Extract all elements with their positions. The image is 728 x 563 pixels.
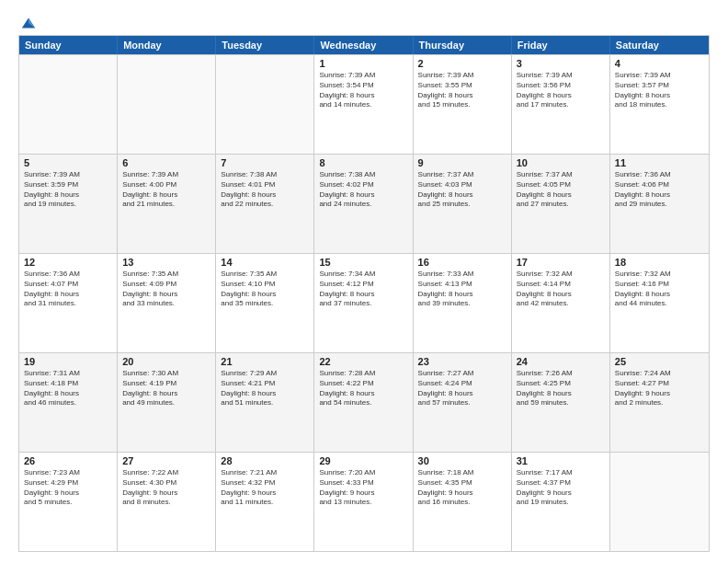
day-info: Sunrise: 7:24 AM Sunset: 4:27 PM Dayligh… — [615, 369, 704, 408]
day-info: Sunrise: 7:33 AM Sunset: 4:13 PM Dayligh… — [418, 270, 506, 309]
day-cell-2: 2Sunrise: 7:39 AM Sunset: 3:55 PM Daylig… — [414, 55, 512, 154]
day-number: 9 — [418, 157, 506, 168]
day-number: 6 — [122, 157, 210, 168]
day-info: Sunrise: 7:28 AM Sunset: 4:22 PM Dayligh… — [319, 369, 407, 408]
day-number: 26 — [24, 455, 112, 466]
weekday-header-saturday: Saturday — [610, 36, 709, 54]
day-number: 15 — [319, 257, 407, 268]
day-cell-19: 19Sunrise: 7:31 AM Sunset: 4:18 PM Dayli… — [19, 353, 118, 452]
day-number: 2 — [418, 58, 506, 69]
day-cell-5: 5Sunrise: 7:39 AM Sunset: 3:59 PM Daylig… — [19, 155, 118, 253]
day-info: Sunrise: 7:39 AM Sunset: 3:56 PM Dayligh… — [517, 71, 605, 110]
day-number: 12 — [24, 257, 112, 268]
day-info: Sunrise: 7:34 AM Sunset: 4:12 PM Dayligh… — [319, 270, 407, 309]
day-number: 18 — [615, 257, 704, 268]
day-number: 23 — [418, 356, 506, 367]
day-info: Sunrise: 7:35 AM Sunset: 4:09 PM Dayligh… — [122, 270, 210, 309]
day-info: Sunrise: 7:36 AM Sunset: 4:07 PM Dayligh… — [24, 270, 112, 309]
day-cell-8: 8Sunrise: 7:38 AM Sunset: 4:02 PM Daylig… — [314, 155, 413, 253]
day-number: 30 — [418, 455, 506, 466]
day-number: 10 — [517, 157, 605, 168]
day-number: 1 — [319, 58, 407, 69]
day-cell-24: 24Sunrise: 7:26 AM Sunset: 4:25 PM Dayli… — [512, 353, 610, 452]
day-info: Sunrise: 7:32 AM Sunset: 4:16 PM Dayligh… — [615, 270, 704, 309]
day-number: 31 — [517, 455, 605, 466]
day-cell-15: 15Sunrise: 7:34 AM Sunset: 4:12 PM Dayli… — [314, 254, 413, 352]
page: SundayMondayTuesdayWednesdayThursdayFrid… — [0, 0, 728, 563]
day-number: 5 — [24, 157, 112, 168]
day-info: Sunrise: 7:36 AM Sunset: 4:06 PM Dayligh… — [615, 170, 704, 210]
day-number: 24 — [517, 356, 605, 367]
empty-cell-r4c6 — [610, 453, 709, 551]
weekday-header-thursday: Thursday — [414, 36, 512, 54]
day-cell-11: 11Sunrise: 7:36 AM Sunset: 4:06 PM Dayli… — [610, 155, 709, 253]
day-cell-22: 22Sunrise: 7:28 AM Sunset: 4:22 PM Dayli… — [314, 353, 413, 452]
day-cell-29: 29Sunrise: 7:20 AM Sunset: 4:33 PM Dayli… — [314, 453, 413, 551]
day-cell-4: 4Sunrise: 7:39 AM Sunset: 3:57 PM Daylig… — [610, 55, 709, 154]
day-info: Sunrise: 7:38 AM Sunset: 4:02 PM Dayligh… — [319, 170, 407, 210]
day-info: Sunrise: 7:39 AM Sunset: 4:00 PM Dayligh… — [122, 170, 210, 210]
day-number: 25 — [615, 356, 704, 367]
day-number: 3 — [517, 58, 605, 69]
day-info: Sunrise: 7:26 AM Sunset: 4:25 PM Dayligh… — [517, 369, 605, 408]
day-cell-10: 10Sunrise: 7:37 AM Sunset: 4:05 PM Dayli… — [512, 155, 610, 253]
logo — [18, 15, 37, 28]
day-info: Sunrise: 7:27 AM Sunset: 4:24 PM Dayligh… — [418, 369, 506, 408]
day-cell-12: 12Sunrise: 7:36 AM Sunset: 4:07 PM Dayli… — [19, 254, 118, 352]
day-info: Sunrise: 7:37 AM Sunset: 4:05 PM Dayligh… — [517, 170, 605, 210]
day-info: Sunrise: 7:39 AM Sunset: 3:54 PM Dayligh… — [319, 71, 407, 110]
weekday-header-wednesday: Wednesday — [314, 36, 413, 54]
day-cell-20: 20Sunrise: 7:30 AM Sunset: 4:19 PM Dayli… — [118, 353, 216, 452]
day-cell-21: 21Sunrise: 7:29 AM Sunset: 4:21 PM Dayli… — [216, 353, 314, 452]
day-cell-16: 16Sunrise: 7:33 AM Sunset: 4:13 PM Dayli… — [414, 254, 512, 352]
day-cell-6: 6Sunrise: 7:39 AM Sunset: 4:00 PM Daylig… — [118, 155, 216, 253]
day-number: 4 — [615, 58, 704, 69]
empty-cell-r0c0 — [19, 55, 118, 154]
day-info: Sunrise: 7:39 AM Sunset: 3:57 PM Dayligh… — [615, 71, 704, 110]
day-number: 14 — [221, 257, 309, 268]
weekday-header-sunday: Sunday — [19, 36, 118, 54]
day-info: Sunrise: 7:22 AM Sunset: 4:30 PM Dayligh… — [122, 468, 210, 508]
calendar-body: 1Sunrise: 7:39 AM Sunset: 3:54 PM Daylig… — [19, 54, 709, 551]
day-cell-25: 25Sunrise: 7:24 AM Sunset: 4:27 PM Dayli… — [610, 353, 709, 452]
empty-cell-r0c2 — [216, 55, 314, 154]
day-number: 29 — [319, 455, 407, 466]
day-number: 13 — [122, 257, 210, 268]
calendar-row-4: 19Sunrise: 7:31 AM Sunset: 4:18 PM Dayli… — [19, 352, 709, 452]
day-info: Sunrise: 7:39 AM Sunset: 3:59 PM Dayligh… — [24, 170, 112, 210]
day-number: 27 — [122, 455, 210, 466]
day-info: Sunrise: 7:31 AM Sunset: 4:18 PM Dayligh… — [24, 369, 112, 408]
day-cell-9: 9Sunrise: 7:37 AM Sunset: 4:03 PM Daylig… — [414, 155, 512, 253]
day-number: 8 — [319, 157, 407, 168]
day-cell-17: 17Sunrise: 7:32 AM Sunset: 4:14 PM Dayli… — [512, 254, 610, 352]
day-info: Sunrise: 7:29 AM Sunset: 4:21 PM Dayligh… — [221, 369, 309, 408]
day-cell-23: 23Sunrise: 7:27 AM Sunset: 4:24 PM Dayli… — [414, 353, 512, 452]
day-info: Sunrise: 7:35 AM Sunset: 4:10 PM Dayligh… — [221, 270, 309, 309]
empty-cell-r0c1 — [118, 55, 216, 154]
day-cell-30: 30Sunrise: 7:18 AM Sunset: 4:35 PM Dayli… — [414, 453, 512, 551]
day-cell-14: 14Sunrise: 7:35 AM Sunset: 4:10 PM Dayli… — [216, 254, 314, 352]
day-info: Sunrise: 7:23 AM Sunset: 4:29 PM Dayligh… — [24, 468, 112, 508]
day-info: Sunrise: 7:39 AM Sunset: 3:55 PM Dayligh… — [418, 71, 506, 110]
day-number: 28 — [221, 455, 309, 466]
day-number: 21 — [221, 356, 309, 367]
day-number: 17 — [517, 257, 605, 268]
weekday-header-friday: Friday — [512, 36, 610, 54]
day-cell-26: 26Sunrise: 7:23 AM Sunset: 4:29 PM Dayli… — [19, 453, 118, 551]
day-info: Sunrise: 7:38 AM Sunset: 4:01 PM Dayligh… — [221, 170, 309, 210]
calendar: SundayMondayTuesdayWednesdayThursdayFrid… — [18, 35, 710, 552]
day-info: Sunrise: 7:18 AM Sunset: 4:35 PM Dayligh… — [418, 468, 506, 508]
calendar-row-5: 26Sunrise: 7:23 AM Sunset: 4:29 PM Dayli… — [19, 452, 709, 551]
day-cell-31: 31Sunrise: 7:17 AM Sunset: 4:37 PM Dayli… — [512, 453, 610, 551]
day-info: Sunrise: 7:32 AM Sunset: 4:14 PM Dayligh… — [517, 270, 605, 309]
weekday-header-tuesday: Tuesday — [216, 36, 314, 54]
day-number: 7 — [221, 157, 309, 168]
calendar-row-1: 1Sunrise: 7:39 AM Sunset: 3:54 PM Daylig… — [19, 54, 709, 154]
day-info: Sunrise: 7:30 AM Sunset: 4:19 PM Dayligh… — [122, 369, 210, 408]
day-cell-7: 7Sunrise: 7:38 AM Sunset: 4:01 PM Daylig… — [216, 155, 314, 253]
calendar-row-2: 5Sunrise: 7:39 AM Sunset: 3:59 PM Daylig… — [19, 154, 709, 253]
day-number: 20 — [122, 356, 210, 367]
day-info: Sunrise: 7:37 AM Sunset: 4:03 PM Dayligh… — [418, 170, 506, 210]
day-cell-28: 28Sunrise: 7:21 AM Sunset: 4:32 PM Dayli… — [216, 453, 314, 551]
day-number: 19 — [24, 356, 112, 367]
